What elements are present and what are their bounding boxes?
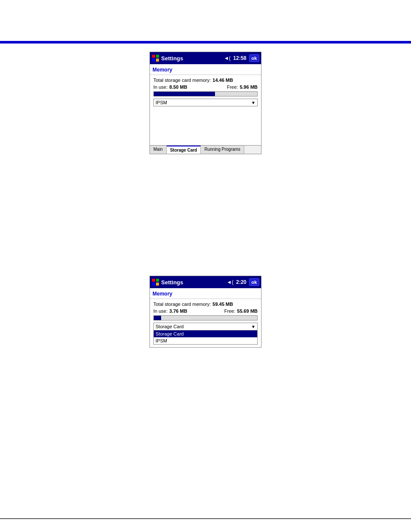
title-bar-right-1: ◄( 12:58 ok [224,54,259,62]
memory-header-2: Memory [153,291,172,297]
svg-rect-6 [152,283,155,286]
svg-rect-3 [156,59,159,62]
in-use-label-2: In use: [153,308,168,314]
svg-rect-1 [156,55,159,58]
total-label-1: Total storage card memory: [153,78,211,83]
free-label-1: Free: [227,84,238,90]
dropdown-arrow-1: ▼ [251,100,255,105]
section-header-1: Memory [150,64,261,75]
windows-logo-icon-1 [152,54,159,62]
title-bar-1: Settings ◄( 12:58 ok [150,52,261,64]
total-value-1: 14.46 MB [212,78,233,83]
dropdown-list-2: Storage Card IPSM [154,330,257,344]
storage-dropdown-2[interactable]: Storage Card ▼ Storage Card IPSM [153,323,258,345]
dropdown-arrow-2: ▼ [251,324,255,329]
time-display-2: 2:20 [236,279,246,285]
in-use-free-row-1: In use: 8.50 MB Free: 5.96 MB [153,84,258,90]
free-label-2: Free: [224,308,236,314]
empty-content-1 [153,108,258,143]
dropdown-option-storage-card[interactable]: Storage Card [154,330,257,337]
dropdown-option-ipsm[interactable]: IPSM [154,337,257,344]
total-value-2: 59.45 MB [212,302,233,307]
progress-bar-1 [153,91,258,96]
tab-main-1[interactable]: Main [150,146,167,154]
free-value-2: 55.69 MB [237,308,258,314]
ok-button-1[interactable]: ok [249,54,259,62]
ok-button-2[interactable]: ok [249,278,259,286]
total-memory-row-2: Total storage card memory: 59.45 MB [153,302,258,307]
section-header-2: Memory [150,288,261,299]
app-title-1: Settings [161,55,183,62]
screenshot-1-container: Settings ◄( 12:58 ok Memory Total storag… [149,52,262,154]
progress-fill-2 [154,316,161,320]
in-use-free-row-2: In use: 3.76 MB Free: 55.69 MB [153,308,258,314]
storage-dropdown-1[interactable]: IPSM ▼ [153,99,258,106]
title-bar-2: Settings ◄( 2:20 ok [150,276,261,288]
title-bar-left-1: Settings [152,54,183,62]
in-use-value-1: 8.50 MB [169,84,187,90]
in-use-value-2: 3.76 MB [169,308,187,314]
svg-rect-7 [156,283,159,286]
time-display-1: 12:58 [233,55,246,61]
windows-logo-icon-2 [152,278,159,286]
content-area-2: Total storage card memory: 59.45 MB In u… [150,299,261,347]
in-use-label-1: In use: [153,84,168,90]
speaker-icon-1: ◄( [224,55,230,61]
dropdown-value-2: Storage Card [156,324,184,329]
tab-running-programs-1[interactable]: Running Programs [201,146,244,154]
title-bar-right-2: ◄( 2:20 ok [227,278,259,286]
svg-rect-5 [156,279,159,282]
bottom-decorative-bar [0,518,411,519]
title-bar-left-2: Settings [152,278,183,286]
memory-header-1: Memory [153,67,172,73]
top-decorative-bar [0,41,411,44]
svg-rect-4 [152,279,155,282]
app-title-2: Settings [161,279,183,286]
progress-fill-1 [154,92,215,96]
total-label-2: Total storage card memory: [153,302,211,307]
tab-spacer-1 [244,146,261,154]
screenshot-2-container: Settings ◄( 2:20 ok Memory Total storage… [149,276,262,348]
tabs-bar-1: Main Storage Card Running Programs [150,145,261,154]
speaker-icon-2: ◄( [227,279,234,285]
free-value-1: 5.96 MB [240,84,258,90]
dropdown-value-1: IPSM [156,100,167,105]
progress-bar-2 [153,315,258,320]
svg-rect-0 [152,55,155,58]
content-area-1: Total storage card memory: 14.46 MB In u… [150,75,261,145]
total-memory-row-1: Total storage card memory: 14.46 MB [153,78,258,83]
svg-rect-2 [152,59,155,62]
dropdown-header-2[interactable]: Storage Card ▼ [154,323,257,330]
tab-storage-card-1[interactable]: Storage Card [167,146,201,154]
